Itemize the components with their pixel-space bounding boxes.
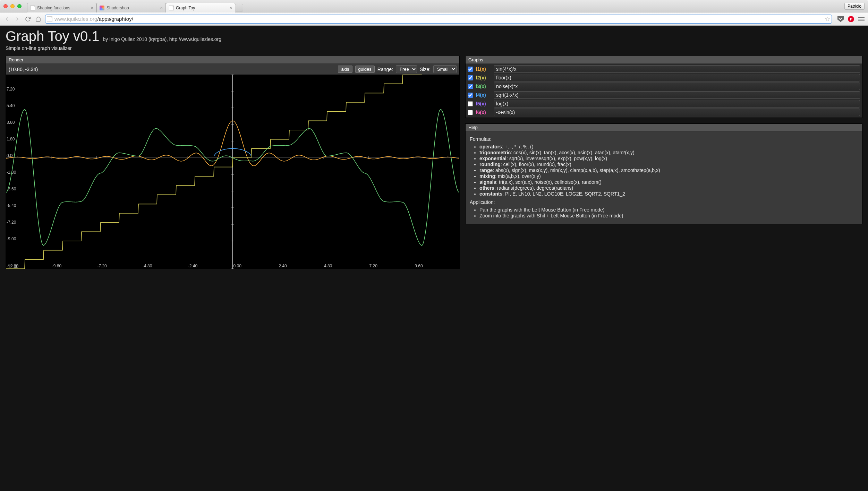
function-label: f5(x) <box>476 101 491 106</box>
tab-strip: Shaping functions × Shadershop × Graph T… <box>27 0 844 12</box>
size-select[interactable]: Small <box>433 65 457 73</box>
profile-button[interactable]: Patricio <box>844 3 865 10</box>
function-label: f4(x) <box>476 92 491 98</box>
help-item: constants: PI, E, LN10, LN2, LOG10E, LOG… <box>479 191 858 197</box>
window-controls <box>3 4 22 8</box>
help-app-heading: Application: <box>470 199 858 205</box>
close-tab-icon[interactable]: × <box>91 5 93 10</box>
tab-label: Graph Toy <box>176 6 195 10</box>
page-title: Graph Toy v0.1 <box>6 28 100 44</box>
function-enable-checkbox[interactable] <box>468 84 473 89</box>
function-list: f1(x)f2(x)f3(x)f4(x)f5(x)f6(x) <box>466 64 862 118</box>
close-tab-icon[interactable]: × <box>160 5 163 10</box>
help-panel-title: Help <box>466 124 862 131</box>
function-expression-input[interactable] <box>494 109 860 116</box>
help-item: signals: tri(a,x), sqr(a,x), noise(x), c… <box>479 179 858 185</box>
tab-label: Shadershop <box>107 6 129 10</box>
bookmark-star-icon[interactable]: ☆ <box>825 15 830 23</box>
function-expression-input[interactable] <box>494 74 860 81</box>
help-item: mixing: mix(a,b,x), over(x,y) <box>479 173 858 179</box>
help-item: others: radians(degrees), degrees(radian… <box>479 185 858 191</box>
close-icon[interactable] <box>3 4 8 8</box>
page-header: Graph Toy v0.1 by Inigo Quilez 2010 (iq/… <box>0 26 868 52</box>
function-enable-checkbox[interactable] <box>468 101 473 106</box>
render-panel: Render (10.80, -3.34) axis guides Range:… <box>6 56 460 269</box>
page-icon <box>30 6 35 10</box>
function-label: f2(x) <box>476 75 491 80</box>
tab-label: Shaping functions <box>37 6 70 10</box>
page-icon <box>47 16 52 22</box>
titlebar: Shaping functions × Shadershop × Graph T… <box>0 0 868 12</box>
function-enable-checkbox[interactable] <box>468 93 473 98</box>
help-item: trigonometric: cos(x), sin(x), tan(x), a… <box>479 150 858 155</box>
help-item: exponential: sqrt(x), inversesqrt(x), ex… <box>479 156 858 161</box>
page-icon <box>169 6 174 10</box>
render-controls: (10.80, -3.34) axis guides Range: Free S… <box>6 64 459 75</box>
help-panel: Help Formulas: operators: +, -, *, /, %,… <box>465 123 862 224</box>
back-button[interactable] <box>3 16 10 23</box>
graphs-panel-title: Graphs <box>466 56 862 64</box>
new-tab-button[interactable] <box>235 4 243 11</box>
help-item: range: abs(x), sign(x), max(x,y), min(x,… <box>479 167 858 173</box>
help-item: Pan the graphs with the Left Mouse Butto… <box>479 207 858 213</box>
cursor-coords: (10.80, -3.34) <box>9 67 57 72</box>
help-item: operators: +, -, *, /, %, () <box>479 144 858 149</box>
tab-shaping-functions[interactable]: Shaping functions × <box>27 3 96 12</box>
guides-button[interactable]: guides <box>355 66 375 73</box>
app-icon <box>100 6 104 10</box>
function-expression-input[interactable] <box>494 100 860 107</box>
function-row: f1(x) <box>468 65 860 73</box>
subtitle: Simple on-line graph visualizer <box>6 45 862 51</box>
function-row: f3(x) <box>468 83 860 90</box>
range-select[interactable]: Free <box>396 65 417 73</box>
function-label: f6(x) <box>476 110 491 115</box>
forward-button[interactable] <box>14 16 21 23</box>
help-formulas-list: operators: +, -, *, /, %, ()trigonometri… <box>479 144 858 197</box>
render-panel-title: Render <box>6 56 459 64</box>
tab-shadershop[interactable]: Shadershop × <box>96 3 166 12</box>
maximize-icon[interactable] <box>17 4 22 8</box>
reload-button[interactable] <box>24 16 31 23</box>
function-expression-input[interactable] <box>494 83 860 90</box>
axis-button[interactable]: axis <box>338 66 352 73</box>
function-enable-checkbox[interactable] <box>468 110 473 115</box>
function-expression-input[interactable] <box>494 91 860 99</box>
function-enable-checkbox[interactable] <box>468 75 473 80</box>
close-tab-icon[interactable]: × <box>229 5 232 10</box>
nav-toolbar: www.iquilezles.org/apps/graphtoy/ ☆ P <box>0 12 868 26</box>
address-bar[interactable]: www.iquilezles.org/apps/graphtoy/ ☆ <box>45 15 832 24</box>
function-row: f5(x) <box>468 100 860 107</box>
help-item: Zoom into the graphs with Shif + Left Mo… <box>479 213 858 218</box>
size-label: Size: <box>420 67 431 72</box>
home-button[interactable] <box>35 16 42 23</box>
help-app-list: Pan the graphs with the Left Mouse Butto… <box>479 207 858 218</box>
function-enable-checkbox[interactable] <box>468 67 473 72</box>
pinterest-icon[interactable]: P <box>848 16 854 22</box>
help-item: rounding: ceil(x), floor(x), round(x), f… <box>479 162 858 167</box>
function-expression-input[interactable] <box>494 65 860 73</box>
help-content: Formulas: operators: +, -, *, /, %, ()tr… <box>466 131 862 224</box>
browser-window: Shaping functions × Shadershop × Graph T… <box>0 0 868 491</box>
graphs-panel: Graphs f1(x)f2(x)f3(x)f4(x)f5(x)f6(x) <box>465 56 862 118</box>
url-text: www.iquilezles.org/apps/graphtoy/ <box>54 16 133 22</box>
pocket-icon[interactable] <box>837 16 844 22</box>
function-row: f4(x) <box>468 91 860 99</box>
graph-canvas-wrap <box>6 75 459 269</box>
menu-icon[interactable] <box>858 17 865 21</box>
function-row: f6(x) <box>468 109 860 116</box>
page-content: Graph Toy v0.1 by Inigo Quilez 2010 (iq/… <box>0 26 868 491</box>
function-row: f2(x) <box>468 74 860 81</box>
function-label: f3(x) <box>476 84 491 89</box>
minimize-icon[interactable] <box>10 4 15 8</box>
help-formulas-heading: Formulas: <box>470 136 858 142</box>
tab-graph-toy[interactable]: Graph Toy × <box>166 3 235 12</box>
byline: by Inigo Quilez 2010 (iq/rgba), http://w… <box>103 36 221 42</box>
range-label: Range: <box>377 67 393 72</box>
function-label: f1(x) <box>476 66 491 72</box>
extensions: P <box>837 16 865 22</box>
graph-canvas[interactable] <box>6 75 459 269</box>
